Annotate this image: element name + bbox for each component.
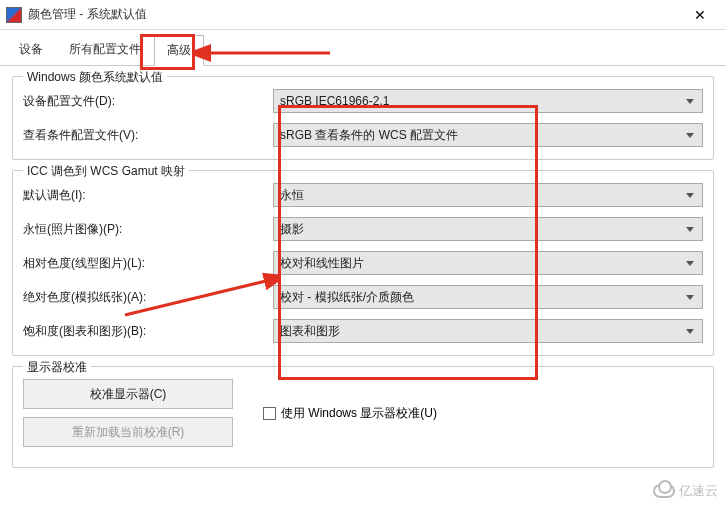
use-windows-calibration-label: 使用 Windows 显示器校准(U) (281, 405, 437, 422)
absolute-value: 校对 - 模拟纸张/介质颜色 (280, 289, 414, 306)
saturation-select[interactable]: 图表和图形 (273, 319, 703, 343)
tab-devices[interactable]: 设备 (6, 34, 56, 65)
view-cond-select[interactable]: sRGB 查看条件的 WCS 配置文件 (273, 123, 703, 147)
watermark: 亿速云 (653, 482, 718, 500)
content-panel: Windows 颜色系统默认值 设备配置文件(D): sRGB IEC61966… (0, 66, 726, 506)
view-cond-label: 查看条件配置文件(V): (23, 127, 273, 144)
perceptual-value: 摄影 (280, 221, 304, 238)
legend-defaults: Windows 颜色系统默认值 (23, 69, 167, 86)
checkbox-icon (263, 407, 276, 420)
window-title: 颜色管理 - 系统默认值 (28, 6, 680, 23)
device-profile-label: 设备配置文件(D): (23, 93, 273, 110)
cloud-icon (653, 484, 675, 498)
saturation-label: 饱和度(图表和图形)(B): (23, 323, 273, 340)
absolute-label: 绝对色度(模拟纸张)(A): (23, 289, 273, 306)
absolute-select[interactable]: 校对 - 模拟纸张/介质颜色 (273, 285, 703, 309)
device-profile-value: sRGB IEC61966-2.1 (280, 94, 389, 108)
use-windows-calibration-checkbox[interactable]: 使用 Windows 显示器校准(U) (263, 405, 437, 422)
view-cond-value: sRGB 查看条件的 WCS 配置文件 (280, 127, 458, 144)
close-button[interactable]: ✕ (680, 0, 720, 30)
legend-gamut: ICC 调色到 WCS Gamut 映射 (23, 163, 189, 180)
fieldset-gamut: ICC 调色到 WCS Gamut 映射 默认调色(I): 永恒 永恒(照片图像… (12, 170, 714, 356)
fieldset-defaults: Windows 颜色系统默认值 设备配置文件(D): sRGB IEC61966… (12, 76, 714, 160)
fieldset-calibration: 显示器校准 校准显示器(C) 重新加载当前校准(R) 使用 Windows 显示… (12, 366, 714, 468)
tab-bar: 设备 所有配置文件 高级 (0, 30, 726, 66)
relative-select[interactable]: 校对和线性图片 (273, 251, 703, 275)
relative-value: 校对和线性图片 (280, 255, 364, 272)
calibrate-display-button[interactable]: 校准显示器(C) (23, 379, 233, 409)
perceptual-select[interactable]: 摄影 (273, 217, 703, 241)
default-intent-value: 永恒 (280, 187, 304, 204)
device-profile-select[interactable]: sRGB IEC61966-2.1 (273, 89, 703, 113)
app-icon (6, 7, 22, 23)
default-intent-select[interactable]: 永恒 (273, 183, 703, 207)
legend-calibration: 显示器校准 (23, 359, 91, 376)
tab-advanced[interactable]: 高级 (154, 35, 204, 66)
watermark-text: 亿速云 (679, 482, 718, 500)
perceptual-label: 永恒(照片图像)(P): (23, 221, 273, 238)
saturation-value: 图表和图形 (280, 323, 340, 340)
tab-all-profiles[interactable]: 所有配置文件 (56, 34, 154, 65)
reload-calibration-button: 重新加载当前校准(R) (23, 417, 233, 447)
relative-label: 相对色度(线型图片)(L): (23, 255, 273, 272)
default-intent-label: 默认调色(I): (23, 187, 273, 204)
titlebar: 颜色管理 - 系统默认值 ✕ (0, 0, 726, 30)
